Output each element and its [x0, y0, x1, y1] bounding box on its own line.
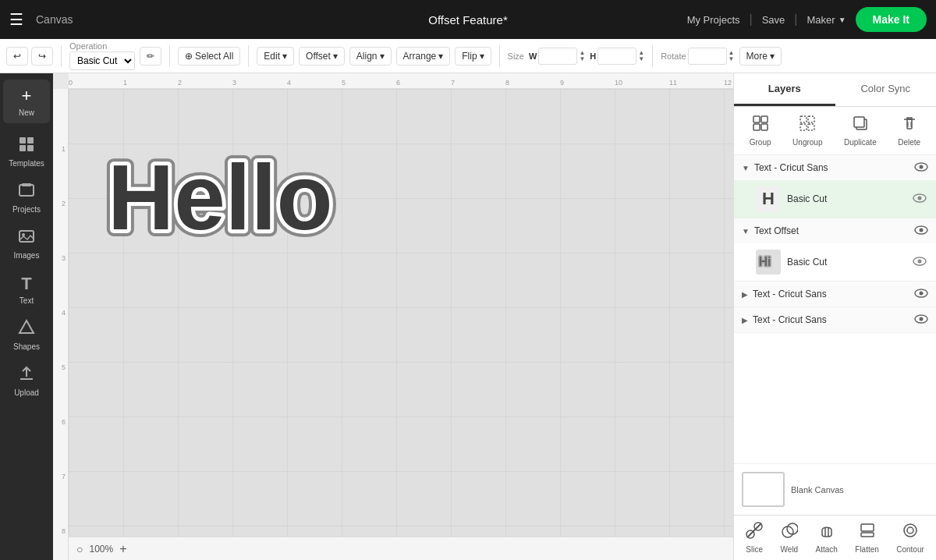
my-projects-link[interactable]: My Projects [687, 14, 740, 26]
maker-label: Maker [807, 14, 835, 26]
contour-button[interactable]: Contour [896, 522, 924, 554]
hello-graphic[interactable]: Hello Hello Hello [100, 128, 349, 253]
zoom-level: 100% [89, 544, 113, 555]
sidebar-item-upload[interactable]: Upload [3, 359, 50, 403]
rotate-input[interactable] [688, 48, 727, 65]
more-button[interactable]: More ▾ [739, 47, 782, 66]
layer-section-header-1[interactable]: ▼ Text Offset [734, 218, 936, 243]
sidebar-item-shapes[interactable]: Shapes [3, 313, 50, 357]
width-input[interactable] [538, 48, 577, 65]
undo-redo-group: ↩ ↪ [6, 47, 53, 66]
undo-button[interactable]: ↩ [6, 47, 28, 66]
sidebar-item-images[interactable]: Images [3, 222, 50, 266]
sidebar-item-label-shapes: Shapes [13, 342, 40, 351]
slice-label: Slice [746, 545, 763, 554]
svg-rect-13 [753, 116, 760, 122]
toolbar2: ↩ ↪ Operation Basic Cut ✏ ⊕ Select All E… [0, 39, 936, 73]
svg-rect-4 [20, 185, 34, 196]
section-toggle-1[interactable]: ▼ [742, 227, 750, 236]
svg-rect-0 [20, 137, 26, 144]
layer-item-eye-basic-cut-2[interactable] [913, 257, 927, 268]
redo-button[interactable]: ↪ [31, 47, 53, 66]
text-icon: T [21, 274, 31, 294]
zoom-out-button[interactable]: ○ [76, 543, 83, 555]
sidebar-item-label-upload: Upload [14, 388, 39, 397]
layer-section-header-0[interactable]: ▼ Text - Cricut Sans [734, 155, 936, 180]
width-down-icon[interactable]: ▼ [579, 56, 585, 62]
rotate-spin: ▲ ▼ [729, 50, 735, 62]
group-action[interactable]: Group [750, 115, 771, 147]
flip-button[interactable]: Flip ▾ [455, 47, 491, 66]
delete-icon [901, 115, 918, 136]
duplicate-action[interactable]: Duplicate [844, 115, 877, 147]
height-down-icon[interactable]: ▼ [638, 56, 644, 62]
svg-rect-20 [808, 124, 814, 130]
layer-item-label-basic-cut-2: Basic Cut [787, 257, 906, 268]
layer-item-eye-basic-cut-1[interactable] [913, 193, 927, 205]
more-label: More [746, 51, 768, 62]
shapes-icon [18, 319, 35, 340]
attach-label: Attach [816, 545, 838, 554]
tab-color-sync[interactable]: Color Sync [835, 73, 937, 106]
section-eye-0[interactable] [914, 161, 928, 174]
duplicate-icon [852, 115, 869, 136]
weld-button[interactable]: Weld [781, 522, 799, 554]
weld-icon [781, 522, 798, 543]
section-eye-3[interactable] [914, 314, 928, 326]
align-button[interactable]: Align ▾ [349, 47, 392, 66]
delete-action[interactable]: Delete [898, 115, 920, 147]
sep-4 [499, 45, 500, 67]
layer-item-basic-cut-1[interactable]: H Basic Cut [734, 180, 936, 218]
slice-button[interactable]: Slice [746, 522, 763, 554]
main-area: + New Templates Projects [0, 73, 936, 560]
operation-field: Operation Basic Cut [69, 41, 135, 70]
select-all-label: Select All [195, 51, 233, 62]
upload-icon [18, 365, 35, 386]
section-toggle-2[interactable]: ▶ [742, 290, 748, 299]
sidebar-item-text[interactable]: T Text [3, 268, 50, 311]
height-input[interactable] [597, 48, 636, 65]
sidebar-item-projects[interactable]: Projects [3, 175, 50, 220]
tab-layers[interactable]: Layers [734, 73, 835, 106]
sidebar-item-new[interactable]: + New [3, 80, 50, 123]
arrange-button[interactable]: Arrange ▾ [396, 47, 451, 66]
offset-thumb-svg: Hi Hi [757, 250, 779, 275]
canvas-inner[interactable]: Hello Hello Hello [69, 89, 733, 537]
svg-text:Hello: Hello [108, 146, 333, 249]
maker-selector[interactable]: Maker ▼ [807, 14, 846, 26]
topbar-right: My Projects | Save | Maker ▼ Make It [687, 7, 927, 32]
flatten-button[interactable]: Flatten [855, 522, 879, 554]
sep-5 [652, 45, 653, 67]
make-it-button[interactable]: Make It [856, 7, 927, 32]
edit-dropdown-icon: ▾ [282, 51, 287, 62]
select-all-button[interactable]: ⊕ Select All [178, 47, 240, 66]
sidebar-item-templates[interactable]: Templates [3, 129, 50, 174]
zoom-in-button[interactable]: + [119, 542, 126, 556]
templates-icon [18, 136, 35, 157]
section-toggle-3[interactable]: ▶ [742, 316, 748, 324]
blank-canvas-preview [742, 472, 785, 507]
layer-section-header-2[interactable]: ▶ Text - Cricut Sans [734, 282, 936, 307]
offset-button[interactable]: Offset ▾ [299, 47, 345, 66]
rotate-label: Rotate [661, 51, 686, 61]
section-eye-1[interactable] [914, 225, 928, 237]
rotate-down-icon[interactable]: ▼ [729, 56, 735, 62]
contour-label: Contour [896, 545, 924, 554]
align-label: Align [356, 51, 378, 62]
operation-select[interactable]: Basic Cut [69, 51, 135, 70]
h-label: H [590, 51, 596, 61]
menu-icon[interactable]: ☰ [9, 10, 23, 29]
ungroup-action[interactable]: Ungroup [792, 115, 822, 147]
svg-rect-22 [854, 117, 864, 127]
sidebar-left: + New Templates Projects [0, 73, 53, 560]
edit-button[interactable]: Edit ▾ [257, 47, 294, 66]
attach-button[interactable]: Attach [816, 522, 838, 554]
layer-section-header-3[interactable]: ▶ Text - Cricut Sans [734, 307, 936, 332]
section-eye-2[interactable] [914, 288, 928, 300]
layer-item-basic-cut-2[interactable]: Hi Hi Basic Cut [734, 243, 936, 281]
sep-3 [248, 45, 249, 67]
pen-tool-button[interactable]: ✏ [140, 47, 161, 66]
save-link[interactable]: Save [762, 14, 785, 26]
svg-rect-3 [27, 145, 34, 151]
section-toggle-0[interactable]: ▼ [742, 164, 750, 172]
